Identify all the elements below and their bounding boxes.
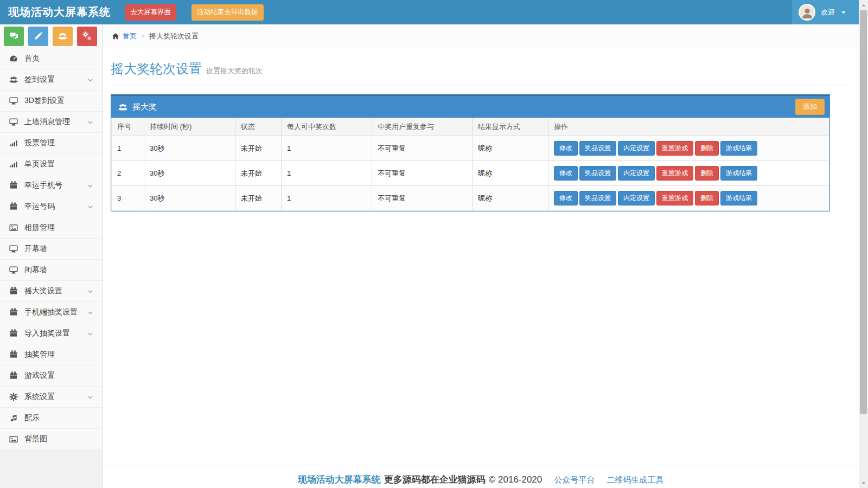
sidebar-item-label: 单页设置 [24, 159, 55, 169]
toolbar-edit-button[interactable] [28, 27, 48, 46]
sidebar-item-label: 3D签到设置 [24, 96, 65, 106]
go-bigscreen-button[interactable]: 去大屏幕界面 [125, 4, 176, 21]
sidebar-item-closing-wall[interactable]: 闭幕墙 [0, 260, 102, 281]
sidebar-icon-toolbar [0, 24, 102, 48]
toolbar-settings-button[interactable] [77, 27, 97, 46]
chevron-down-icon [87, 203, 94, 210]
sidebar-item-music[interactable]: 配乐 [0, 408, 102, 429]
panel-heading: 摇大奖 添加 [111, 96, 829, 118]
cell-max-wins: 1 [282, 161, 372, 186]
footer-link-official[interactable]: 公众号平台 [554, 475, 595, 484]
col-header-status: 状态 [235, 118, 282, 136]
reset-game-button[interactable]: 重置游戏 [656, 141, 693, 156]
sidebar-item-system-settings[interactable]: 系统设置 [0, 387, 102, 408]
sidebar-item-wall-messages[interactable]: 上墙消息管理 [0, 112, 102, 133]
prize-settings-button[interactable]: 奖品设置 [579, 166, 616, 181]
breadcrumb-home-link[interactable]: 首页 [112, 31, 137, 41]
col-header-max-wins: 每人可中奖次数 [282, 118, 372, 136]
chevron-down-icon [87, 394, 94, 401]
delete-button[interactable]: 删除 [695, 141, 719, 156]
edit-button[interactable]: 修改 [554, 166, 578, 181]
table-row: 2 30秒 未开始 1 不可重复 昵称 修改奖品设置内定设置重置游戏删除游戏结果 [112, 161, 829, 186]
vertical-scrollbar[interactable] [859, 0, 868, 488]
sidebar-item-import-lottery[interactable]: 导入抽奖设置 [0, 323, 102, 344]
preset-settings-button[interactable]: 内定设置 [618, 141, 655, 156]
footer-copyright: © 2016-2020 [489, 474, 542, 485]
sidebar-item-opening-wall[interactable]: 开幕墙 [0, 239, 102, 260]
cell-status: 未开始 [235, 136, 282, 161]
user-menu[interactable]: 欢迎 [792, 0, 859, 24]
cell-no: 1 [112, 136, 144, 161]
sidebar-item-label: 配乐 [24, 413, 40, 423]
scrollbar-down-arrow[interactable] [859, 478, 868, 487]
delete-button[interactable]: 删除 [695, 191, 719, 206]
cell-status: 未开始 [235, 161, 282, 186]
add-button[interactable]: 添加 [795, 99, 825, 115]
edit-button[interactable]: 修改 [554, 141, 578, 156]
gift-icon [9, 287, 18, 296]
sidebar-item-vote-management[interactable]: 投票管理 [0, 133, 102, 154]
sidebar: 首页 签到设置 3D签到设置 上墙消息管理 投票管理 单页设置 幸运手机号 幸运… [0, 24, 103, 488]
sidebar-item-checkin-settings[interactable]: 签到设置 [0, 69, 102, 91]
prize-settings-button[interactable]: 奖品设置 [579, 191, 616, 206]
signal-icon [9, 160, 18, 169]
preset-settings-button[interactable]: 内定设置 [618, 191, 655, 206]
cell-repeat: 不可重复 [372, 161, 473, 186]
main-shell: 首页 签到设置 3D签到设置 上墙消息管理 投票管理 单页设置 幸运手机号 幸运… [0, 24, 859, 488]
caret-down-icon [840, 9, 847, 16]
sidebar-item-lottery-management[interactable]: 抽奖管理 [0, 344, 102, 365]
sidebar-item-shake-prize[interactable]: 摇大奖设置 [0, 281, 102, 302]
cell-display: 昵称 [473, 136, 548, 161]
breadcrumb-home-label: 首页 [123, 31, 137, 41]
game-result-button[interactable]: 游戏结果 [720, 191, 757, 206]
gift-icon [9, 350, 18, 359]
arrow-down-icon [861, 480, 866, 486]
scrollbar-thumb[interactable] [860, 10, 867, 414]
sidebar-item-label: 游戏设置 [24, 371, 55, 381]
cogs-icon [82, 31, 92, 41]
cell-no: 3 [112, 186, 144, 211]
sidebar-item-lucky-number[interactable]: 幸运号码 [0, 196, 102, 217]
sidebar-item-label: 摇大奖设置 [24, 286, 62, 296]
sidebar-item-home[interactable]: 首页 [0, 48, 102, 69]
image-icon [9, 435, 18, 444]
gift-icon [9, 202, 18, 211]
sidebar-item-background[interactable]: 背景图 [0, 429, 102, 450]
scrollbar-up-arrow[interactable] [859, 1, 868, 10]
sidebar-item-label: 背景图 [24, 434, 47, 444]
export-data-button[interactable]: 活动结束去导出数据 [192, 4, 264, 21]
desktop-icon [9, 266, 18, 274]
reset-game-button[interactable]: 重置游戏 [656, 166, 693, 181]
sidebar-item-lucky-phone[interactable]: 幸运手机号 [0, 175, 102, 196]
col-header-no: 序号 [112, 118, 144, 136]
sidebar-item-single-page[interactable]: 单页设置 [0, 154, 102, 175]
footer-brand-link[interactable]: 现场活动大屏幕系统 [298, 474, 381, 485]
cell-actions: 修改奖品设置内定设置重置游戏删除游戏结果 [548, 161, 829, 186]
welcome-text: 欢迎 [821, 8, 835, 17]
sidebar-item-label: 相册管理 [24, 223, 55, 233]
toolbar-chat-button[interactable] [4, 27, 24, 46]
cell-actions: 修改奖品设置内定设置重置游戏删除游戏结果 [548, 186, 829, 211]
game-result-button[interactable]: 游戏结果 [720, 166, 757, 181]
prize-settings-button[interactable]: 奖品设置 [579, 141, 616, 156]
toolbar-users-button[interactable] [53, 27, 73, 46]
avatar [799, 4, 815, 21]
sidebar-item-album[interactable]: 相册管理 [0, 217, 102, 239]
panel-title: 摇大奖 [132, 102, 157, 112]
game-result-button[interactable]: 游戏结果 [720, 141, 757, 156]
chat-icon [9, 31, 18, 41]
sidebar-item-label: 上墙消息管理 [24, 117, 70, 127]
edit-button[interactable]: 修改 [554, 191, 578, 206]
footer-link-qrcode[interactable]: 二维码生成工具 [607, 475, 663, 484]
preset-settings-button[interactable]: 内定设置 [618, 166, 655, 181]
sidebar-item-3d-checkin[interactable]: 3D签到设置 [0, 91, 102, 112]
reset-game-button[interactable]: 重置游戏 [656, 191, 693, 206]
content-body: 摇大奖轮次设置设置摇大奖的轮次 摇大奖 添加 序号 持续时间 (秒) 状态 [103, 48, 859, 465]
sidebar-item-mobile-lottery[interactable]: 手机端抽奖设置 [0, 302, 102, 323]
rounds-table: 序号 持续时间 (秒) 状态 每人可中奖次数 中奖用户重复参与 结果显示方式 操… [111, 118, 829, 211]
table-row: 1 30秒 未开始 1 不可重复 昵称 修改奖品设置内定设置重置游戏删除游戏结果 [112, 136, 829, 161]
delete-button[interactable]: 删除 [695, 166, 719, 181]
arrow-up-icon [861, 3, 866, 8]
sidebar-item-game-settings[interactable]: 游戏设置 [0, 365, 102, 387]
top-navbar: 现场活动大屏幕系统 去大屏幕界面 活动结束去导出数据 欢迎 [0, 0, 859, 24]
